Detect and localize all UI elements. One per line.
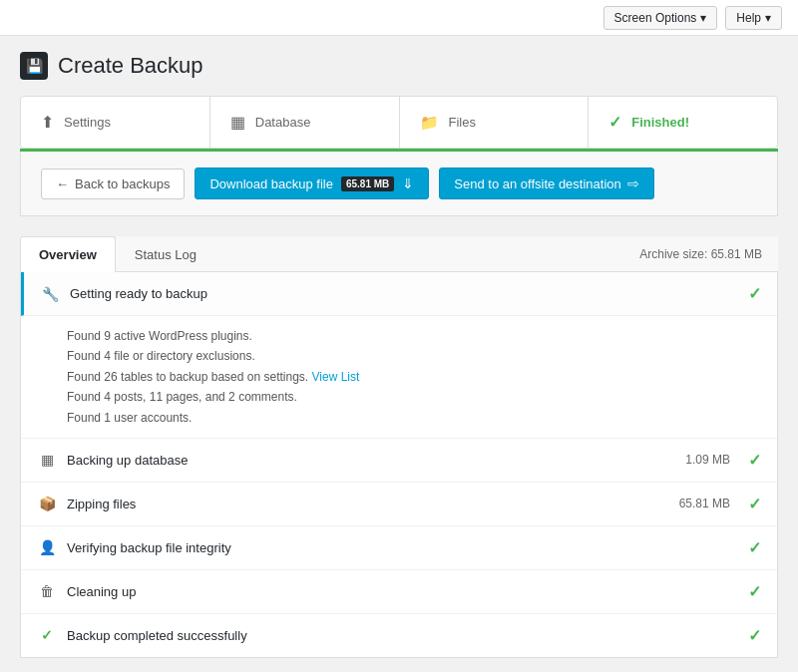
task-row-cleaning-up: 🗑 Cleaning up ✓ (21, 570, 777, 614)
backup-completed-icon: ✓ (37, 627, 57, 643)
page-title-icon: 💾 (20, 52, 48, 80)
backup-completed-check: ✓ (748, 626, 761, 645)
step-settings-label: Settings (64, 115, 111, 130)
backing-up-database-check: ✓ (748, 451, 761, 470)
step-database-label: Database (255, 115, 311, 130)
chevron-down-icon-help (765, 11, 771, 25)
back-label: Back to backups (75, 176, 170, 191)
chevron-down-icon (700, 11, 706, 25)
archive-size-value: 65.81 MB (711, 247, 762, 261)
task-row-getting-ready: 🔧 Getting ready to backup ✓ (21, 272, 777, 316)
actions-bar: ← Back to backups Download backup file 6… (20, 152, 778, 216)
archive-size-label: Archive size: (639, 247, 707, 261)
cleaning-up-check: ✓ (748, 582, 761, 601)
getting-ready-label: Getting ready to backup (70, 286, 738, 301)
page-title: 💾 Create Backup (20, 52, 778, 80)
tabs-area: Overview Status Log Archive size: 65.81 … (20, 236, 778, 658)
tabs-nav: Overview Status Log (20, 236, 215, 271)
download-icon: ⇓ (402, 175, 414, 191)
file-size-badge: 65.81 MB (341, 176, 394, 191)
send-label: Send to an offsite destination (454, 176, 620, 191)
steps-container: ⬆ Settings ▦ Database 📁 Files ✓ Finished… (20, 96, 778, 149)
finished-checkmark-icon: ✓ (608, 113, 621, 132)
task-row-zipping-files: 📦 Zipping files 65.81 MB ✓ (21, 483, 777, 526)
task-row-backup-completed: ✓ Backup completed successfully ✓ (21, 614, 777, 657)
detail-plugins: Found 9 active WordPress plugins. (67, 326, 761, 346)
zipping-files-check: ✓ (748, 495, 761, 513)
detail-exclusions: Found 4 file or directory exclusions. (67, 346, 761, 366)
database-icon: ▦ (230, 113, 245, 132)
files-icon: 📁 (420, 114, 439, 132)
settings-icon: ⬆ (41, 113, 54, 132)
tab-overview-content: 🔧 Getting ready to backup ✓ Found 9 acti… (20, 272, 778, 658)
detail-tables: Found 26 tables to backup based on setti… (67, 367, 761, 387)
zipping-files-icon: 📦 (37, 496, 57, 511)
detail-users: Found 1 user accounts. (67, 408, 761, 428)
getting-ready-check: ✓ (748, 284, 761, 303)
task-row-backing-up-database: ▦ Backing up database 1.09 MB ✓ (21, 439, 777, 483)
download-backup-button[interactable]: Download backup file 65.81 MB ⇓ (195, 168, 429, 199)
help-label: Help (736, 11, 761, 25)
backup-completed-label: Backup completed successfully (67, 628, 738, 643)
step-finished: ✓ Finished! (589, 97, 777, 148)
getting-ready-details: Found 9 active WordPress plugins. Found … (21, 316, 777, 439)
tab-overview[interactable]: Overview (20, 236, 116, 272)
cleaning-up-label: Cleaning up (67, 584, 738, 599)
task-row-verifying: 👤 Verifying backup file integrity ✓ (21, 526, 777, 570)
screen-options-label: Screen Options (614, 11, 697, 25)
detail-posts: Found 4 posts, 11 pages, and 2 comments. (67, 387, 761, 407)
verifying-icon: 👤 (37, 539, 57, 555)
tabs-header: Overview Status Log Archive size: 65.81 … (20, 236, 778, 272)
step-files: 📁 Files (400, 97, 590, 148)
archive-size-display: Archive size: 65.81 MB (623, 237, 778, 271)
download-label: Download backup file (209, 176, 333, 191)
zipping-files-label: Zipping files (67, 497, 669, 511)
backing-up-database-label: Backing up database (67, 453, 675, 468)
step-database: ▦ Database (210, 97, 400, 148)
getting-ready-icon: 🔧 (40, 286, 60, 302)
cleaning-up-icon: 🗑 (37, 583, 57, 599)
screen-options-button[interactable]: Screen Options (603, 6, 718, 30)
step-finished-label: Finished! (631, 115, 689, 130)
step-settings: ⬆ Settings (21, 97, 210, 148)
send-offsite-button[interactable]: Send to an offsite destination ⇨ (439, 168, 653, 199)
zipping-files-size: 65.81 MB (679, 497, 730, 510)
backing-up-database-size: 1.09 MB (685, 453, 730, 467)
tab-status-log[interactable]: Status Log (116, 236, 215, 272)
top-bar: Screen Options Help (0, 0, 798, 36)
back-arrow-icon: ← (56, 176, 69, 191)
view-list-link[interactable]: View List (312, 370, 360, 384)
step-files-label: Files (449, 115, 476, 130)
help-button[interactable]: Help (725, 6, 782, 30)
database-task-icon: ▦ (37, 452, 57, 468)
send-icon: ⇨ (627, 175, 639, 191)
verifying-label: Verifying backup file integrity (67, 540, 738, 555)
verifying-check: ✓ (748, 538, 761, 557)
back-to-backups-button[interactable]: ← Back to backups (41, 168, 185, 199)
